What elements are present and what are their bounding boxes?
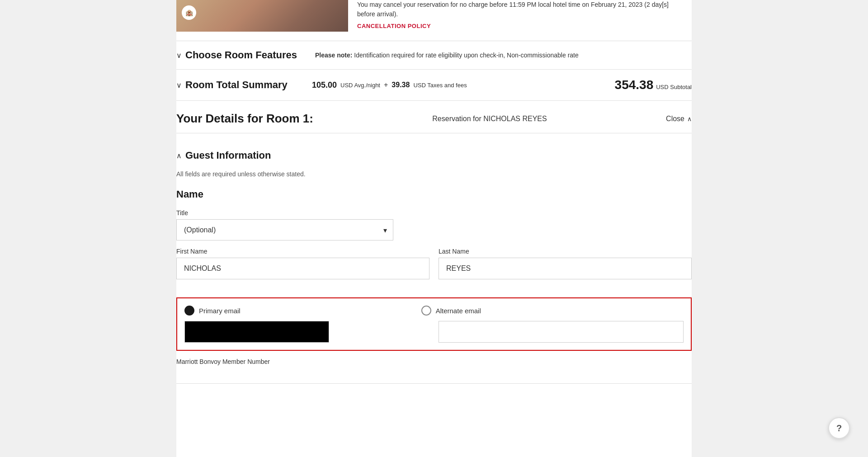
- guest-info-chevron: ∧: [176, 151, 182, 160]
- your-details-header: Your Details for Room 1: Reservation for…: [176, 112, 692, 133]
- choose-room-features-chevron: ∨: [176, 51, 182, 60]
- first-name-input[interactable]: [176, 258, 429, 279]
- plus-sign: +: [384, 81, 388, 89]
- choose-room-features-note: Please note: Identification required for…: [297, 52, 692, 59]
- guest-info-header[interactable]: ∧ Guest Information: [176, 150, 692, 161]
- name-fields-row: First Name Last Name: [176, 248, 692, 287]
- help-button[interactable]: ?: [828, 417, 850, 439]
- avg-price: 105.00: [312, 80, 337, 90]
- summary-subtotal: 354.38 USD Subtotal: [615, 78, 692, 92]
- close-chevron-up: ∧: [687, 115, 692, 122]
- subtotal-amount: 354.38: [615, 78, 654, 92]
- email-section: Primary email Alternate email: [176, 297, 692, 351]
- alternate-radio-empty: [421, 306, 431, 316]
- alternate-email-option[interactable]: Alternate email: [421, 306, 481, 316]
- room-total-summary-toggle[interactable]: ∨ Room Total Summary: [176, 79, 294, 91]
- title-select-wrapper: (Optional) Mr. Mrs. Ms. Dr. Prof. ▾: [176, 219, 393, 240]
- title-label: Title: [176, 209, 692, 217]
- last-name-input[interactable]: [439, 258, 692, 279]
- choose-room-features-toggle[interactable]: ∨ Choose Room Features: [176, 49, 297, 61]
- main-container: 🏨 You may cancel your reservation for no…: [176, 0, 692, 457]
- primary-email-input-group: [184, 321, 429, 343]
- hotel-top-section: 🏨 You may cancel your reservation for no…: [176, 0, 692, 41]
- your-details-section: Your Details for Room 1: Reservation for…: [176, 101, 692, 384]
- subtotal-label: USD Subtotal: [656, 84, 692, 90]
- guest-info-section: ∧ Guest Information All fields are requi…: [176, 142, 692, 372]
- title-field-group: Title (Optional) Mr. Mrs. Ms. Dr. Prof. …: [176, 209, 692, 240]
- reservation-name: Reservation for NICHOLAS REYES: [432, 115, 547, 123]
- last-name-group: Last Name: [439, 248, 692, 279]
- first-name-group: First Name: [176, 248, 429, 279]
- tax-unit: USD Taxes and fees: [413, 82, 467, 89]
- cancellation-note: You may cancel your reservation for no c…: [357, 0, 683, 19]
- hotel-info: You may cancel your reservation for no c…: [348, 0, 692, 29]
- email-inputs-row: [184, 321, 684, 343]
- close-label: Close: [666, 115, 684, 123]
- room-total-summary-title: Room Total Summary: [185, 79, 288, 91]
- alternate-email-label: Alternate email: [436, 307, 481, 315]
- close-button[interactable]: Close ∧: [666, 115, 692, 123]
- alternate-email-input[interactable]: [439, 321, 684, 343]
- last-name-label: Last Name: [439, 248, 692, 255]
- choose-room-features-row: ∨ Choose Room Features Please note: Iden…: [176, 41, 692, 70]
- room-total-chevron: ∨: [176, 81, 182, 90]
- name-section: Name Title (Optional) Mr. Mrs. Ms. Dr. P…: [176, 188, 692, 287]
- room-total-summary-row: ∨ Room Total Summary 105.00 USD Avg./nig…: [176, 70, 692, 101]
- marriott-label: Marriott Bonvoy Member Number: [176, 358, 692, 365]
- alternate-email-input-group: [439, 321, 684, 343]
- avg-price-unit: USD Avg./night: [340, 82, 380, 89]
- hotel-image: 🏨: [176, 0, 348, 32]
- note-text: Identification required for rate eligibi…: [352, 52, 578, 59]
- choose-room-features-title: Choose Room Features: [185, 49, 297, 61]
- your-details-title: Your Details for Room 1:: [176, 112, 313, 126]
- note-bold: Please note:: [315, 52, 352, 59]
- primary-radio-filled: [184, 306, 194, 316]
- primary-email-label: Primary email: [199, 307, 241, 315]
- email-options-row: Primary email Alternate email: [184, 306, 684, 316]
- title-select[interactable]: (Optional) Mr. Mrs. Ms. Dr. Prof.: [176, 219, 393, 240]
- guest-info-title: Guest Information: [185, 150, 271, 161]
- fields-note: All fields are required unless otherwise…: [176, 170, 692, 178]
- first-name-label: First Name: [176, 248, 429, 255]
- cancellation-policy-link[interactable]: CANCELLATION POLICY: [357, 23, 683, 29]
- name-heading: Name: [176, 188, 692, 200]
- primary-email-option[interactable]: Primary email: [184, 306, 241, 316]
- summary-pricing: 105.00 USD Avg./night + 39.38 USD Taxes …: [294, 78, 692, 92]
- tax-amount: 39.38: [392, 81, 410, 89]
- primary-email-input[interactable]: [184, 321, 329, 343]
- hotel-badge-icon: 🏨: [182, 5, 196, 20]
- page-wrapper: 🏨 You may cancel your reservation for no…: [0, 0, 868, 457]
